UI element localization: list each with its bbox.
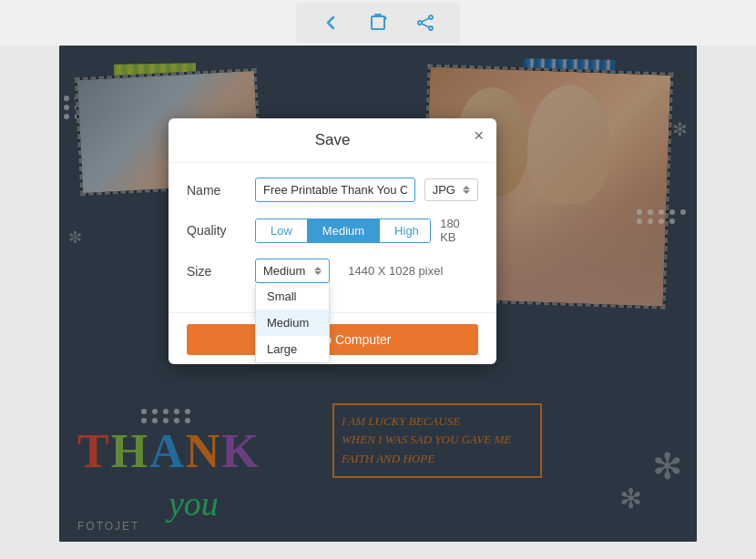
dialog-body: Name JPG Quality Low Medium High 180 KB …: [169, 163, 496, 312]
size-option-small[interactable]: Small: [256, 283, 329, 310]
size-arrow-up-icon: [314, 267, 322, 270]
save-button-row: ⬇ Save to Computer: [169, 324, 496, 355]
svg-point-1: [429, 15, 433, 19]
quality-high-button[interactable]: High: [380, 219, 431, 242]
size-arrow-down-icon: [314, 271, 322, 275]
toolbar: [0, 0, 756, 46]
arrow-up-icon: [463, 186, 470, 189]
name-input[interactable]: [255, 178, 415, 202]
back-button[interactable]: [314, 6, 347, 39]
name-label: Name: [187, 183, 246, 198]
size-value: Medium: [263, 264, 305, 278]
close-button[interactable]: ×: [474, 127, 484, 144]
size-pixels: 1440 X 1028 pixel: [348, 264, 443, 278]
file-size: 180 KB: [440, 217, 478, 244]
quality-label: Quality: [187, 223, 246, 238]
arrow-down-icon: [463, 190, 470, 194]
size-dropdown: Small Medium Large: [255, 283, 330, 363]
svg-point-3: [429, 26, 433, 30]
dialog-title: Save: [315, 131, 351, 149]
size-row: Size Medium Small Medium Large 1440 X 10…: [187, 259, 478, 283]
quality-group: Low Medium High: [255, 219, 431, 243]
format-select[interactable]: JPG: [424, 178, 478, 201]
name-row: Name JPG: [187, 178, 478, 202]
size-option-medium[interactable]: Medium: [256, 310, 329, 336]
save-to-computer-button[interactable]: ⬇ Save to Computer: [187, 324, 478, 355]
export-button[interactable]: [362, 6, 394, 39]
format-arrows: [463, 186, 470, 194]
quality-medium-button[interactable]: Medium: [308, 219, 380, 242]
quality-row: Quality Low Medium High 180 KB: [187, 217, 478, 244]
size-select[interactable]: Medium: [255, 259, 330, 283]
save-dialog: Save × Name JPG Quality Low Medium High: [169, 118, 496, 364]
quality-low-button[interactable]: Low: [256, 219, 308, 242]
share-button[interactable]: [409, 6, 442, 39]
toolbar-area: [296, 3, 460, 43]
size-option-large[interactable]: Large: [256, 336, 329, 362]
format-value: JPG: [433, 183, 455, 197]
dialog-header: Save ×: [169, 118, 496, 163]
divider: [169, 312, 496, 313]
svg-point-2: [418, 21, 422, 25]
size-label: Size: [187, 264, 246, 279]
svg-rect-0: [372, 16, 384, 29]
size-arrows: [314, 267, 322, 275]
size-select-wrapper: Medium Small Medium Large: [255, 259, 330, 283]
